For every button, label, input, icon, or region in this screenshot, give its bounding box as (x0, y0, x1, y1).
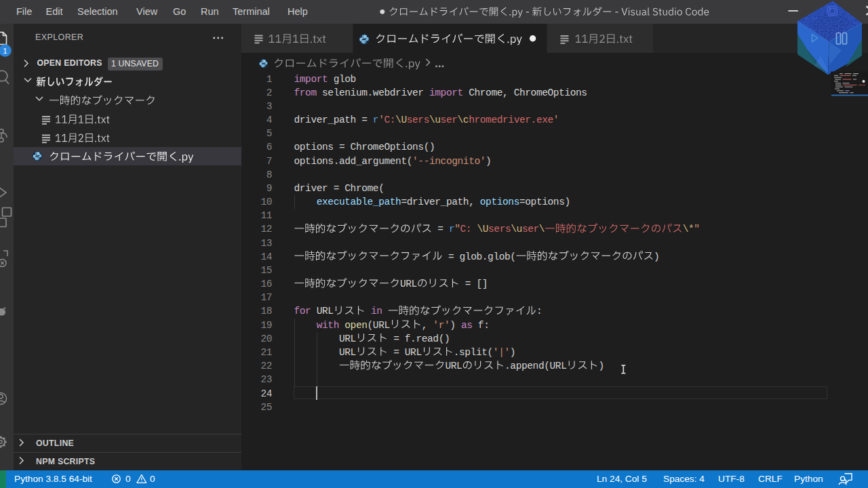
svg-text:1: 1 (3, 47, 7, 55)
